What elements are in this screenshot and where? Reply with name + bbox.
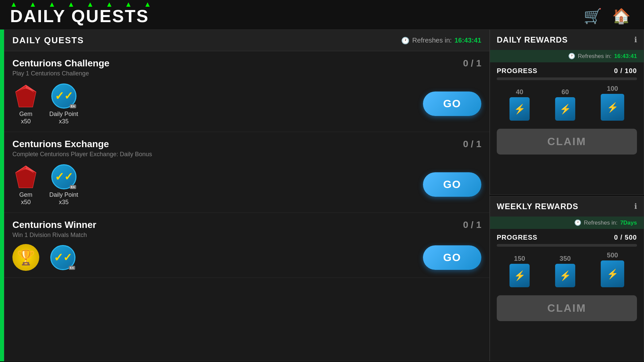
daily-refresh-label: Refreshes in: (578, 53, 611, 60)
weekly-progress-section: PROGRESS 0 / 500 150 350 5 (490, 229, 644, 295)
quests-content: Centurions Challenge 0 / 1 Play 1 Centur… (4, 51, 489, 359)
tick-4: ▲ (67, 0, 71, 7)
daily-point-icon-3: ✓ EA (49, 244, 76, 271)
quest-1-top: Centurions Challenge 0 / 1 (12, 58, 481, 69)
quest-2-desc: Complete Centurions Player Exchange: Dai… (12, 151, 481, 158)
quest-3-desc: Win 1 Division Rivals Match (12, 232, 481, 239)
quest-3-progress: 0 / 1 (463, 220, 481, 230)
header-icons: 🛒 🏠 (584, 7, 631, 25)
daily-progress-section: PROGRESS 0 / 100 40 60 100 (490, 62, 644, 129)
daily-progress-label: PROGRESS (497, 67, 537, 75)
weekly-claim-button[interactable]: CLAIM (497, 295, 637, 321)
weekly-refresh-label: Refreshes in: (584, 220, 618, 226)
quest-3-trophy-reward: 🏆 (12, 244, 39, 271)
tick-1: ▲ (10, 0, 14, 7)
weekly-rewards-info-icon[interactable]: ℹ (634, 202, 637, 211)
tick-5: ▲ (87, 0, 91, 7)
quest-2-progress: 0 / 1 (463, 139, 481, 149)
gem-icon-1 (12, 82, 39, 109)
daily-point-icon-1: ✓ EA (50, 82, 77, 109)
weekly-pack-500 (601, 260, 624, 287)
weekly-milestone-500: 500 (601, 251, 624, 287)
quest-2-dailypoint-label: Daily Pointx35 (49, 191, 78, 206)
gem-icon-2 (12, 163, 39, 190)
weekly-progress-label-row: PROGRESS 0 / 500 (497, 234, 637, 241)
daily-claim-button[interactable]: CLAIM (497, 129, 637, 155)
cart-icon[interactable]: 🛒 (584, 7, 602, 25)
tick-8: ▲ (144, 0, 148, 7)
daily-milestone-100-label: 100 (607, 85, 618, 93)
daily-rewards-title: DAILY REWARDS (497, 35, 568, 45)
daily-clock-icon: 🕐 (568, 53, 575, 60)
daily-rewards-info-icon[interactable]: ℹ (634, 36, 637, 44)
quest-2-name: Centurions Exchange (12, 139, 109, 149)
daily-progress-bar-bg (497, 77, 637, 80)
daily-rewards-section: DAILY REWARDS ℹ 🕐 Refreshes in: 16:43:41… (490, 29, 644, 195)
quest-2-gem-label: Gemx50 (19, 191, 32, 206)
quests-refresh-label: Refreshes in: (412, 37, 452, 44)
top-ticks: ▲ ▲ ▲ ▲ ▲ ▲ ▲ ▲ (10, 0, 148, 7)
weekly-milestone-150: 150 (509, 255, 530, 287)
quest-1-go-button[interactable]: GO (423, 92, 481, 116)
daily-pack-100 (601, 94, 624, 121)
tick-6: ▲ (106, 0, 110, 7)
daily-rewards-refresh: 🕐 Refreshes in: 16:43:41 (490, 50, 644, 62)
quest-3-dailypoint-reward: ✓ EA (49, 244, 76, 271)
quest-1-gem-label: Gemx50 (19, 111, 32, 125)
quest-1-name: Centurions Challenge (12, 58, 109, 69)
weekly-milestone-row: 150 350 500 (497, 251, 637, 291)
daily-milestone-60-label: 60 (561, 88, 569, 96)
daily-milestone-60: 60 (555, 88, 575, 121)
quest-item-2: Centurions Exchange 0 / 1 Complete Centu… (4, 132, 489, 213)
quest-1-rewards: Gemx50 ✓ EA Daily Pointx35 GO (12, 82, 481, 125)
quest-2-go-button[interactable]: GO (423, 172, 481, 197)
quests-panel-header: DAILY QUESTS 🕐 Refreshes in: 16:43:41 (4, 30, 489, 51)
weekly-pack-150 (509, 264, 530, 287)
quest-2-rewards: Gemx50 ✓ EA Daily Pointx35 GO (12, 163, 481, 206)
quest-2-dailypoint-reward: ✓ EA Daily Pointx35 (49, 163, 78, 206)
daily-pack-40 (509, 97, 530, 121)
quests-panel-title: DAILY QUESTS (12, 35, 84, 46)
main-layout: DAILY QUESTS 🕐 Refreshes in: 16:43:41 Ce… (0, 29, 644, 361)
quests-refresh-time: 16:43:41 (454, 37, 481, 44)
weekly-rewards-header: WEEKLY REWARDS ℹ (490, 196, 644, 217)
weekly-milestone-350-label: 350 (559, 255, 571, 262)
page-title: DAILY QUESTS (10, 6, 149, 26)
tick-7: ▲ (125, 0, 129, 7)
daily-refresh-time: 16:43:41 (614, 53, 637, 60)
quest-3-top: Centurions Winner 0 / 1 (12, 220, 481, 230)
quests-panel: DAILY QUESTS 🕐 Refreshes in: 16:43:41 Ce… (4, 29, 490, 361)
quest-3-name: Centurions Winner (12, 220, 96, 230)
tick-2: ▲ (29, 0, 33, 7)
weekly-progress-bar-bg (497, 244, 637, 247)
daily-milestone-40-label: 40 (516, 88, 523, 96)
quest-3-go-button[interactable]: GO (423, 245, 481, 270)
daily-progress-label-row: PROGRESS 0 / 100 (497, 67, 637, 75)
weekly-pack-350 (555, 264, 575, 287)
weekly-clock-icon: 🕐 (574, 219, 581, 226)
weekly-milestone-500-label: 500 (607, 251, 618, 259)
weekly-progress-value: 0 / 500 (614, 234, 637, 241)
quest-1-gem-reward: Gemx50 (12, 82, 39, 125)
weekly-progress-label: PROGRESS (497, 234, 537, 241)
quest-1-progress: 0 / 1 (463, 58, 481, 69)
weekly-rewards-refresh: 🕐 Refreshes in: 7Days (490, 217, 644, 229)
trophy-icon-3: 🏆 (12, 244, 39, 271)
quest-1-dailypoint-reward: ✓ EA Daily Pointx35 (49, 82, 78, 125)
quest-1-dailypoint-label: Daily Pointx35 (49, 111, 78, 125)
daily-point-icon-2: ✓ EA (50, 163, 77, 190)
quests-refresh-info: 🕐 Refreshes in: 16:43:41 (401, 37, 481, 45)
home-icon[interactable]: 🏠 (612, 7, 631, 25)
quest-item-3: Centurions Winner 0 / 1 Win 1 Division R… (4, 213, 489, 278)
daily-pack-60 (555, 97, 575, 121)
left-accent-bar (0, 29, 4, 361)
daily-rewards-header: DAILY REWARDS ℹ (490, 30, 644, 50)
weekly-milestone-150-label: 150 (514, 255, 525, 262)
quests-clock-icon: 🕐 (401, 37, 410, 45)
right-panel: DAILY REWARDS ℹ 🕐 Refreshes in: 16:43:41… (490, 29, 644, 361)
weekly-refresh-time: 7Days (620, 220, 637, 226)
tick-3: ▲ (48, 0, 52, 7)
daily-progress-value: 0 / 100 (614, 67, 637, 75)
daily-milestone-40: 40 (509, 88, 530, 121)
quest-item-1: Centurions Challenge 0 / 1 Play 1 Centur… (4, 51, 489, 132)
